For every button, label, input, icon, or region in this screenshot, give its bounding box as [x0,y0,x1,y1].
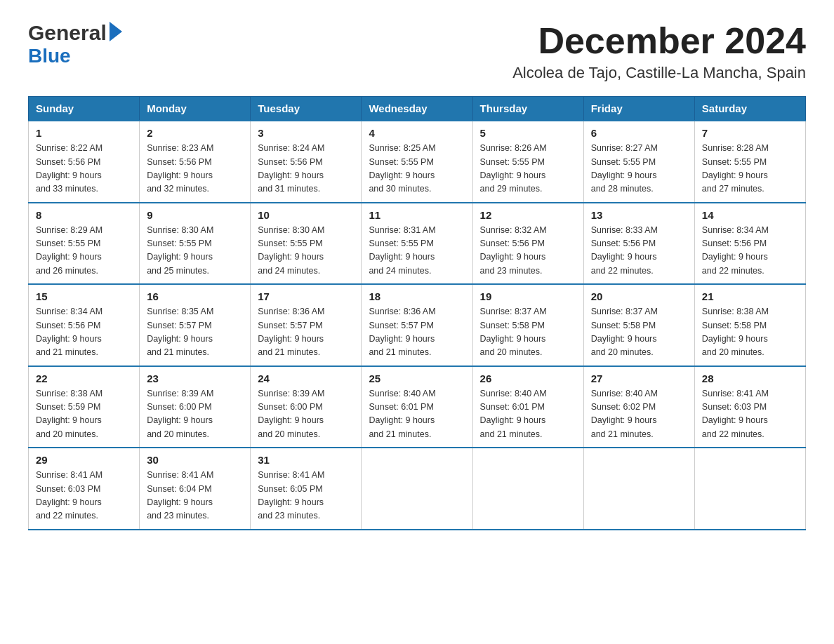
day-number: 24 [258,373,354,384]
weekday-header-thursday: Thursday [472,97,583,121]
calendar-cell: 4Sunrise: 8:25 AMSunset: 5:55 PMDaylight… [362,121,472,203]
day-info: Sunrise: 8:39 AMSunset: 6:00 PMDaylight:… [258,387,354,442]
logo-arrow-icon [110,22,122,41]
week-row-2: 8Sunrise: 8:29 AMSunset: 5:55 PMDaylight… [29,203,806,285]
day-info: Sunrise: 8:24 AMSunset: 5:56 PMDaylight:… [258,142,354,196]
day-info: Sunrise: 8:34 AMSunset: 5:56 PMDaylight:… [702,224,798,279]
day-number: 2 [147,127,243,139]
day-number: 10 [258,209,354,221]
day-number: 28 [702,373,798,384]
calendar-cell: 9Sunrise: 8:30 AMSunset: 5:55 PMDaylight… [140,203,251,285]
weekday-header-saturday: Saturday [694,97,805,121]
weekday-header-wednesday: Wednesday [362,97,472,121]
calendar-cell: 10Sunrise: 8:30 AMSunset: 5:55 PMDayligh… [251,203,362,285]
day-number: 19 [480,290,576,302]
day-info: Sunrise: 8:30 AMSunset: 5:55 PMDaylight:… [258,224,354,279]
day-number: 7 [702,127,798,139]
day-info: Sunrise: 8:35 AMSunset: 5:57 PMDaylight:… [147,305,243,360]
day-info: Sunrise: 8:41 AMSunset: 6:04 PMDaylight:… [147,469,243,523]
weekday-header-monday: Monday [140,97,251,121]
calendar-cell [694,448,805,530]
month-title: December 2024 [512,21,806,61]
day-number: 16 [147,290,243,302]
day-number: 9 [147,209,243,221]
calendar-cell [362,448,472,530]
day-info: Sunrise: 8:40 AMSunset: 6:01 PMDaylight:… [369,387,465,442]
day-number: 11 [369,209,465,221]
calendar-cell: 29Sunrise: 8:41 AMSunset: 6:03 PMDayligh… [29,448,140,530]
week-row-1: 1Sunrise: 8:22 AMSunset: 5:56 PMDaylight… [29,121,806,203]
day-info: Sunrise: 8:31 AMSunset: 5:55 PMDaylight:… [369,224,465,279]
day-info: Sunrise: 8:34 AMSunset: 5:56 PMDaylight:… [36,305,132,360]
day-number: 31 [258,454,354,466]
week-row-3: 15Sunrise: 8:34 AMSunset: 5:56 PMDayligh… [29,284,806,366]
logo-general-text: General [28,21,107,45]
day-number: 25 [369,373,465,384]
calendar-cell: 30Sunrise: 8:41 AMSunset: 6:04 PMDayligh… [140,448,251,530]
day-number: 30 [147,454,243,466]
calendar-cell [472,448,583,530]
day-number: 13 [591,209,687,221]
day-info: Sunrise: 8:39 AMSunset: 6:00 PMDaylight:… [147,387,243,442]
calendar-cell: 5Sunrise: 8:26 AMSunset: 5:55 PMDaylight… [472,121,583,203]
day-info: Sunrise: 8:29 AMSunset: 5:55 PMDaylight:… [36,224,132,279]
day-info: Sunrise: 8:41 AMSunset: 6:03 PMDaylight:… [702,387,798,442]
weekday-header-friday: Friday [583,97,694,121]
calendar-cell: 8Sunrise: 8:29 AMSunset: 5:55 PMDaylight… [29,203,140,285]
calendar-cell: 28Sunrise: 8:41 AMSunset: 6:03 PMDayligh… [694,366,805,448]
calendar-cell: 26Sunrise: 8:40 AMSunset: 6:01 PMDayligh… [472,366,583,448]
calendar-cell: 18Sunrise: 8:36 AMSunset: 5:57 PMDayligh… [362,284,472,366]
day-info: Sunrise: 8:23 AMSunset: 5:56 PMDaylight:… [147,142,243,196]
day-info: Sunrise: 8:36 AMSunset: 5:57 PMDaylight:… [258,305,354,360]
calendar-cell: 31Sunrise: 8:41 AMSunset: 6:05 PMDayligh… [251,448,362,530]
calendar-cell: 1Sunrise: 8:22 AMSunset: 5:56 PMDaylight… [29,121,140,203]
calendar-cell: 6Sunrise: 8:27 AMSunset: 5:55 PMDaylight… [583,121,694,203]
calendar-cell: 19Sunrise: 8:37 AMSunset: 5:58 PMDayligh… [472,284,583,366]
day-number: 1 [36,127,132,139]
day-number: 29 [36,454,132,466]
calendar-table: SundayMondayTuesdayWednesdayThursdayFrid… [28,96,806,530]
calendar-cell: 11Sunrise: 8:31 AMSunset: 5:55 PMDayligh… [362,203,472,285]
day-number: 18 [369,290,465,302]
title-area: December 2024 Alcolea de Tajo, Castille-… [512,21,806,82]
day-info: Sunrise: 8:38 AMSunset: 5:58 PMDaylight:… [702,305,798,360]
week-row-4: 22Sunrise: 8:38 AMSunset: 5:59 PMDayligh… [29,366,806,448]
day-number: 26 [480,373,576,384]
calendar-cell [583,448,694,530]
day-info: Sunrise: 8:41 AMSunset: 6:03 PMDaylight:… [36,469,132,523]
calendar-cell: 24Sunrise: 8:39 AMSunset: 6:00 PMDayligh… [251,366,362,448]
day-info: Sunrise: 8:26 AMSunset: 5:55 PMDaylight:… [480,142,576,196]
day-number: 8 [36,209,132,221]
day-info: Sunrise: 8:38 AMSunset: 5:59 PMDaylight:… [36,387,132,442]
weekday-header-sunday: Sunday [29,97,140,121]
day-info: Sunrise: 8:37 AMSunset: 5:58 PMDaylight:… [591,305,687,360]
calendar-cell: 7Sunrise: 8:28 AMSunset: 5:55 PMDaylight… [694,121,805,203]
day-number: 3 [258,127,354,139]
location-title: Alcolea de Tajo, Castille-La Mancha, Spa… [512,64,806,82]
day-info: Sunrise: 8:30 AMSunset: 5:55 PMDaylight:… [147,224,243,279]
day-number: 6 [591,127,687,139]
day-number: 23 [147,373,243,384]
day-number: 14 [702,209,798,221]
day-number: 20 [591,290,687,302]
calendar-cell: 12Sunrise: 8:32 AMSunset: 5:56 PMDayligh… [472,203,583,285]
day-number: 5 [480,127,576,139]
calendar-cell: 22Sunrise: 8:38 AMSunset: 5:59 PMDayligh… [29,366,140,448]
day-info: Sunrise: 8:28 AMSunset: 5:55 PMDaylight:… [702,142,798,196]
calendar-cell: 25Sunrise: 8:40 AMSunset: 6:01 PMDayligh… [362,366,472,448]
day-number: 17 [258,290,354,302]
calendar-cell: 14Sunrise: 8:34 AMSunset: 5:56 PMDayligh… [694,203,805,285]
logo-blue-text: Blue [28,46,71,66]
calendar-cell: 23Sunrise: 8:39 AMSunset: 6:00 PMDayligh… [140,366,251,448]
day-info: Sunrise: 8:40 AMSunset: 6:01 PMDaylight:… [480,387,576,442]
day-info: Sunrise: 8:32 AMSunset: 5:56 PMDaylight:… [480,224,576,279]
week-row-5: 29Sunrise: 8:41 AMSunset: 6:03 PMDayligh… [29,448,806,530]
day-info: Sunrise: 8:27 AMSunset: 5:55 PMDaylight:… [591,142,687,196]
day-info: Sunrise: 8:41 AMSunset: 6:05 PMDaylight:… [258,469,354,523]
calendar-cell: 16Sunrise: 8:35 AMSunset: 5:57 PMDayligh… [140,284,251,366]
logo: General Blue [28,21,122,66]
calendar-cell: 27Sunrise: 8:40 AMSunset: 6:02 PMDayligh… [583,366,694,448]
day-number: 15 [36,290,132,302]
calendar-cell: 3Sunrise: 8:24 AMSunset: 5:56 PMDaylight… [251,121,362,203]
day-info: Sunrise: 8:22 AMSunset: 5:56 PMDaylight:… [36,142,132,196]
